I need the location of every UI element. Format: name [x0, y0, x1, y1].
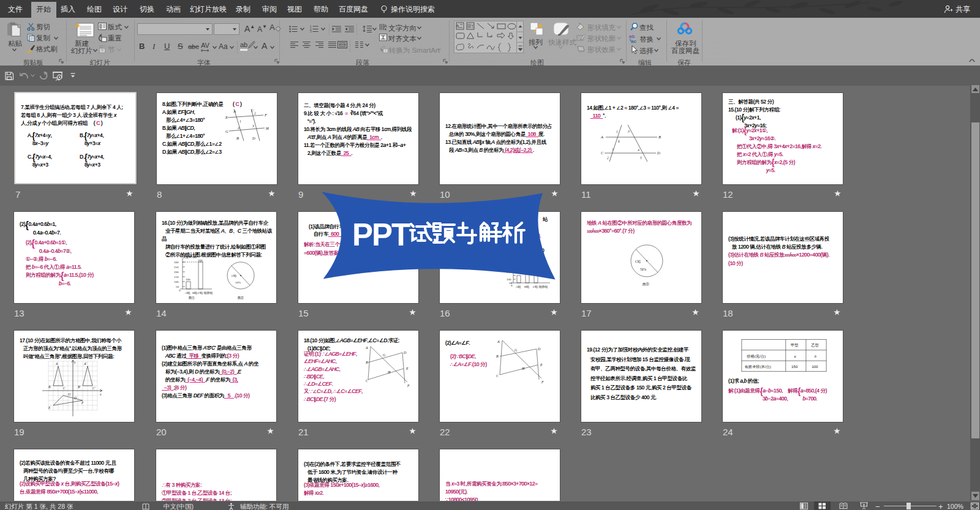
svg-text:3: 3	[310, 30, 312, 33]
svg-text:250: 250	[174, 266, 179, 269]
svg-text:50%: 50%	[640, 268, 647, 271]
svg-text:5: 5	[640, 156, 642, 160]
svg-text:D: D	[74, 396, 77, 400]
svg-text:H: H	[387, 370, 391, 374]
svg-text:F: F	[541, 380, 544, 384]
svg-text:3: 3	[627, 130, 630, 133]
svg-text:0: 0	[179, 289, 181, 292]
svg-text:B: B	[236, 136, 239, 140]
svg-text:y: y	[74, 361, 76, 364]
svg-text:C: C	[496, 374, 499, 378]
svg-text:A站: A站	[185, 291, 190, 294]
svg-text:2: 2	[254, 111, 256, 115]
svg-text:D: D	[403, 351, 407, 354]
svg-text:a: a	[794, 354, 796, 358]
svg-text:图①: 图①	[189, 296, 195, 300]
svg-text:甲型: 甲型	[791, 343, 799, 348]
svg-text:300: 300	[198, 259, 203, 262]
svg-text:B站: B站	[192, 291, 197, 294]
svg-text:7: 7	[612, 148, 614, 152]
svg-text:2: 2	[607, 156, 609, 160]
svg-text:B: B	[366, 361, 368, 364]
svg-text:G: G	[225, 129, 228, 133]
svg-text:x: x	[99, 392, 102, 396]
svg-text:E: E	[225, 115, 228, 119]
svg-text:D: D	[657, 151, 660, 155]
svg-text:150: 150	[174, 276, 179, 279]
svg-text:F: F	[407, 384, 410, 388]
svg-text:1: 1	[239, 119, 241, 123]
svg-text:300: 300	[174, 261, 179, 264]
svg-text:b: b	[815, 354, 816, 358]
svg-text:E: E	[48, 406, 51, 410]
svg-text:O: O	[68, 392, 70, 396]
svg-text:1: 1	[616, 130, 618, 133]
svg-text:A: A	[55, 362, 58, 366]
svg-text:C: C	[63, 386, 66, 390]
svg-text:50: 50	[176, 285, 179, 288]
svg-text:F: F	[264, 113, 268, 117]
svg-text:B: B	[496, 354, 499, 358]
svg-text:A: A	[600, 135, 603, 139]
svg-text:图②: 图②	[238, 296, 244, 300]
svg-text:A: A	[233, 109, 236, 113]
svg-text:100: 100	[812, 364, 818, 369]
svg-text:4: 4	[238, 126, 239, 130]
svg-text:D: D	[537, 347, 541, 351]
svg-text:A: A	[384, 24, 387, 28]
svg-text:150: 150	[791, 364, 798, 369]
svg-text:50%: 50%	[235, 281, 241, 284]
svg-text:有效半径(米/台): 有效半径(米/台)	[745, 364, 771, 369]
svg-text:D: D	[252, 136, 255, 140]
svg-text:图②: 图②	[643, 282, 650, 287]
svg-text:3: 3	[252, 124, 254, 128]
svg-text:4: 4	[638, 148, 639, 152]
svg-text:100: 100	[174, 280, 179, 283]
svg-text:投放量(辆): 投放量(辆)	[183, 255, 197, 259]
svg-text:E: E	[405, 367, 409, 370]
svg-text:H: H	[521, 367, 525, 370]
svg-text:价格(元/台): 价格(元/台)	[746, 354, 766, 359]
svg-text:B: B	[658, 135, 661, 139]
svg-text:H: H	[265, 126, 269, 130]
svg-text:ac: ac	[631, 39, 636, 44]
svg-text:F: F	[81, 401, 84, 405]
svg-text:G: G	[383, 353, 386, 357]
svg-text:100: 100	[186, 278, 190, 281]
svg-text:PPT: PPT	[352, 217, 410, 252]
svg-text:C站: C站	[232, 274, 236, 277]
svg-text:200: 200	[174, 271, 179, 274]
svg-text:A': A'	[83, 362, 87, 366]
svg-text:6: 6	[618, 140, 620, 143]
svg-text:C站: C站	[635, 260, 641, 263]
svg-text:E: E	[540, 363, 543, 367]
svg-text:乙型: 乙型	[811, 343, 819, 348]
svg-text:G: G	[514, 348, 518, 352]
svg-text:A: A	[497, 340, 500, 343]
svg-text:C: C	[601, 151, 604, 155]
svg-text:C站 地铁站: C站 地铁站	[198, 291, 213, 294]
svg-text:A: A	[365, 346, 368, 350]
svg-text:C': C'	[92, 386, 96, 390]
